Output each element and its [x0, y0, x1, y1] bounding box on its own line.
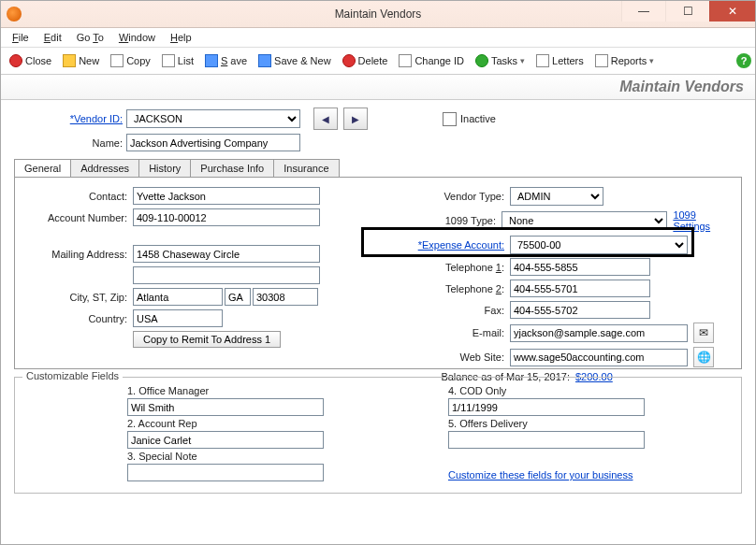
toolbar: Close New Copy List Save Save & New Dele…	[1, 47, 755, 75]
save-icon	[205, 54, 218, 67]
toolbar-list[interactable]: List	[157, 52, 198, 69]
menubar: File Edit Go To Window Help	[1, 28, 755, 47]
expense-account-label[interactable]: *Expense Account:	[383, 239, 510, 251]
cf2-label: 2. Account Rep	[127, 418, 411, 429]
account-number-label: Account Number:	[24, 212, 133, 223]
zip-input[interactable]	[253, 288, 318, 306]
tab-purchase-info[interactable]: Purchase Info	[190, 159, 274, 177]
telephone-2-label: Telephone 2:	[383, 283, 510, 294]
menu-edit[interactable]: Edit	[38, 30, 67, 45]
website-input[interactable]	[510, 349, 688, 366]
window-controls: — ☐ ✕	[621, 1, 755, 22]
prev-record-button[interactable]: ◀	[313, 108, 338, 130]
toolbar-new[interactable]: New	[58, 52, 104, 69]
help-icon[interactable]: ?	[736, 53, 751, 68]
email-input[interactable]	[510, 324, 688, 342]
cf2-input[interactable]	[127, 431, 324, 449]
name-input[interactable]	[126, 134, 300, 151]
letters-icon	[536, 54, 549, 67]
cf1-label: 1. Office Manager	[127, 385, 411, 396]
customize-fields-link[interactable]: Customize these fields for your business	[448, 469, 632, 480]
changeid-icon	[399, 54, 412, 67]
app-window: Maintain Vendors — ☐ ✕ File Edit Go To W…	[0, 0, 756, 545]
new-icon	[63, 54, 76, 67]
telephone-1-input[interactable]	[510, 258, 650, 276]
vendor-id-select[interactable]: JACKSON	[126, 109, 300, 128]
app-icon	[7, 7, 22, 22]
tab-general[interactable]: General	[14, 159, 71, 177]
toolbar-tasks[interactable]: Tasks	[471, 52, 530, 69]
fax-input[interactable]	[510, 301, 650, 319]
state-input[interactable]	[225, 288, 251, 306]
country-input[interactable]	[133, 309, 223, 327]
mailing-address-label: Mailing Address:	[24, 249, 133, 260]
tasks-icon	[475, 54, 488, 67]
toolbar-change-id[interactable]: Change ID	[394, 52, 469, 69]
inactive-checkbox[interactable]	[443, 112, 457, 126]
toolbar-copy[interactable]: Copy	[106, 52, 155, 69]
vendor-id-label[interactable]: *Vendor ID:	[14, 113, 126, 124]
maximize-button[interactable]: ☐	[665, 1, 709, 22]
mailing-address-1-input[interactable]	[133, 245, 320, 263]
copy-icon	[110, 54, 124, 67]
close-button[interactable]: ✕	[709, 1, 755, 22]
menu-window[interactable]: Window	[113, 30, 161, 45]
toolbar-reports[interactable]: Reports	[590, 52, 660, 69]
fax-label: Fax:	[383, 305, 510, 316]
telephone-1-label: Telephone 1:	[383, 262, 510, 273]
copy-remit-button[interactable]: Copy to Remit To Address 1	[133, 331, 281, 348]
next-record-button[interactable]: ▶	[343, 108, 368, 130]
cf5-input[interactable]	[448, 431, 645, 449]
menu-file[interactable]: File	[7, 30, 35, 45]
settings-1099-link[interactable]: 1099 Settings	[673, 209, 732, 232]
toolbar-letters[interactable]: Letters	[531, 52, 589, 69]
customizable-fields-group: Customizable Fields 1. Office Manager 2.…	[14, 377, 742, 494]
email-icon[interactable]: ✉	[693, 323, 714, 343]
list-icon	[162, 54, 175, 67]
savenew-icon	[258, 54, 271, 67]
type-1099-select[interactable]: None	[502, 211, 667, 230]
delete-icon	[342, 54, 356, 67]
vendor-type-select[interactable]: ADMIN	[510, 187, 603, 206]
expense-account-select[interactable]: 75500-00	[510, 236, 688, 254]
cf4-input[interactable]	[448, 398, 645, 416]
toolbar-delete[interactable]: Delete	[338, 52, 393, 69]
contact-input[interactable]	[133, 187, 320, 205]
website-label: Web Site:	[383, 351, 510, 363]
country-label: Country:	[24, 313, 133, 324]
page-heading: Maintain Vendors	[1, 75, 755, 100]
menu-help[interactable]: Help	[165, 30, 197, 45]
email-label: E-mail:	[383, 327, 510, 338]
titlebar: Maintain Vendors — ☐ ✕	[1, 1, 755, 28]
globe-icon[interactable]: 🌐	[693, 347, 714, 367]
menu-goto[interactable]: Go To	[71, 30, 109, 45]
city-input[interactable]	[133, 288, 223, 306]
toolbar-save-new[interactable]: Save & New	[254, 52, 336, 69]
toolbar-save[interactable]: Save	[200, 52, 252, 69]
reports-icon	[595, 54, 608, 67]
cf3-label: 3. Special Note	[127, 451, 411, 462]
vendor-type-label: Vendor Type:	[383, 191, 510, 202]
name-label: Name:	[14, 137, 126, 149]
tab-addresses[interactable]: Addresses	[70, 159, 139, 177]
contact-label: Contact:	[24, 191, 133, 202]
cf4-label: 4. COD Only	[448, 385, 732, 396]
type-1099-label: 1099 Type:	[383, 215, 502, 226]
minimize-button[interactable]: —	[621, 1, 665, 22]
toolbar-close[interactable]: Close	[5, 52, 56, 69]
tab-strip: General Addresses History Purchase Info …	[14, 159, 742, 177]
customizable-fields-legend: Customizable Fields	[22, 370, 123, 381]
cf3-input[interactable]	[127, 464, 324, 481]
telephone-2-input[interactable]	[510, 280, 650, 297]
cf1-input[interactable]	[127, 398, 324, 416]
tab-insurance[interactable]: Insurance	[273, 159, 339, 177]
tab-panel-general: Contact: Account Number: Mailing Address…	[14, 177, 742, 369]
mailing-address-2-input[interactable]	[133, 266, 320, 284]
close-icon	[9, 54, 22, 67]
general-right-column: Vendor Type: ADMIN 1099 Type: None 1099 …	[383, 187, 732, 386]
tab-history[interactable]: History	[138, 159, 191, 177]
cf5-label: 5. Offers Delivery	[448, 418, 732, 429]
account-number-input[interactable]	[133, 208, 320, 226]
inactive-label: Inactive	[460, 113, 496, 124]
city-st-zip-label: City, ST, Zip:	[24, 292, 133, 303]
